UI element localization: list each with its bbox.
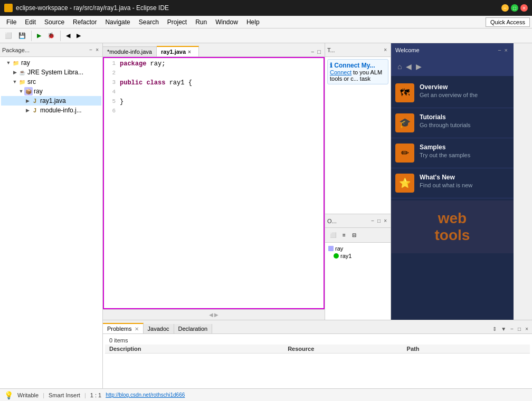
menu-window[interactable]: Window	[211, 17, 242, 27]
welcome-title: Welcome	[395, 47, 496, 53]
outline-toolbar-btn2[interactable]: ≡	[340, 231, 348, 240]
tree-item-ray-root[interactable]: ▼ 📁 ray	[1, 58, 101, 68]
tree-item-jre[interactable]: ▶ ☕ JRE System Libra...	[1, 68, 101, 77]
line-code: }	[120, 98, 324, 106]
outline-minimize[interactable]: −	[369, 217, 376, 224]
welcome-minimize[interactable]: −	[496, 46, 502, 54]
menu-project[interactable]: Project	[163, 17, 191, 27]
tab-module-info[interactable]: *module-info.java	[103, 46, 157, 56]
menu-navigate[interactable]: Navigate	[101, 17, 134, 27]
status-link[interactable]: http://blog.csdn.net/rothschi1d666	[106, 392, 185, 398]
expand-icon: ▼	[12, 79, 18, 84]
menu-search[interactable]: Search	[135, 17, 163, 27]
toolbar-separator-2	[60, 31, 61, 41]
outline-close[interactable]: ×	[382, 217, 388, 224]
code-line-5: 5 }	[104, 98, 324, 108]
task-panel-close[interactable]: ×	[382, 46, 388, 53]
tab-problems-label: Problems	[107, 326, 131, 332]
expand-icon: ▶	[24, 108, 31, 113]
outline-maximize[interactable]: □	[376, 217, 382, 224]
editor-minimize-button[interactable]: −	[309, 48, 316, 55]
tab-declaration[interactable]: Declaration	[174, 324, 213, 333]
welcome-item-text: What's New Find out what is new	[420, 174, 509, 188]
editor-maximize-button[interactable]: □	[316, 48, 322, 55]
jre-icon: ☕	[18, 68, 26, 77]
quick-access-button[interactable]: Quick Access	[486, 17, 530, 27]
task-panel-content: ℹ Connect My... Connect to you ALM tools…	[325, 57, 391, 214]
package-explorer-close[interactable]: ×	[94, 46, 100, 53]
welcome-item-overview[interactable]: 🗺 Overview Get an overview of the	[391, 78, 514, 108]
bottom-expand-icon[interactable]: ⇕	[491, 326, 498, 332]
connect-title: ℹ Connect My...	[330, 62, 375, 69]
toolbar-debug-button[interactable]: 🐞	[45, 31, 58, 41]
outline-panel: O... − □ × ⬜ ≡ ⊟	[325, 214, 391, 320]
menu-run[interactable]: Run	[191, 17, 211, 27]
menu-edit[interactable]: Edit	[21, 17, 40, 27]
bottom-maximize-button[interactable]: □	[516, 326, 522, 332]
close-button[interactable]: ×	[520, 4, 528, 12]
tree-item-module-info[interactable]: ▶ J module-info.j...	[1, 106, 101, 115]
toolbar-new-button[interactable]: ⬜	[2, 31, 15, 41]
package-explorer-minimize[interactable]: −	[88, 46, 94, 53]
tree-label: src	[27, 78, 36, 85]
toolbar: ⬜ 💾 ▶ 🐞 ◀ ▶	[0, 28, 532, 43]
problems-count: 0 items	[105, 336, 530, 345]
col-path: Path	[407, 346, 526, 352]
tree-item-ray1-java[interactable]: ▶ J ray1.java	[1, 96, 101, 106]
expand-icon: ▶	[24, 98, 31, 103]
toolbar-run-button[interactable]: ▶	[34, 31, 44, 41]
tab-problems[interactable]: Problems ✕	[103, 323, 144, 333]
bottom-menu-icon[interactable]: ▼	[499, 326, 508, 332]
outline-item-label: ray	[335, 245, 343, 252]
minimize-button[interactable]: −	[501, 4, 509, 12]
welcome-nav-back[interactable]: ◀	[404, 61, 414, 72]
java-icon: J	[31, 106, 39, 114]
line-number: 3	[104, 79, 120, 85]
status-bulb-icon: 💡	[4, 391, 13, 399]
welcome-nav-home[interactable]: ⌂	[395, 61, 404, 72]
editor-content[interactable]: 1 package ray; 2 3 public class ray1 {	[103, 57, 325, 309]
tree-item-src[interactable]: ▼ 📁 src	[1, 77, 101, 87]
window-title: eclipse-workspace - ray/src/ray/ray1.jav…	[16, 4, 501, 12]
tab-close-icon[interactable]: ×	[188, 49, 191, 55]
task-panel: T... × ℹ Connect My... Connect to you AL…	[325, 43, 391, 214]
outline-collapse-all[interactable]: ⊟	[349, 231, 359, 240]
bottom-minimize-button[interactable]: −	[509, 326, 515, 332]
java-icon: J	[31, 97, 39, 105]
bottom-close-button[interactable]: ×	[524, 326, 530, 332]
tree-label: module-info.j...	[40, 107, 82, 114]
menu-refactor[interactable]: Refactor	[69, 17, 101, 27]
tab-javadoc-label: Javadoc	[148, 326, 169, 332]
maximize-button[interactable]: □	[511, 4, 518, 12]
menu-help[interactable]: Help	[242, 17, 264, 27]
folder-icon: 📁	[18, 78, 26, 86]
tab-javadoc[interactable]: Javadoc	[144, 324, 174, 333]
workspace: eclipse-workspace - ray/src/ray/ray1.jav…	[0, 0, 532, 401]
code-line-1: 1 package ray;	[104, 60, 324, 70]
connect-link[interactable]: Connect	[330, 69, 352, 75]
status-sep-1: |	[43, 392, 44, 398]
welcome-nav-forward[interactable]: ▶	[414, 61, 424, 72]
tab-ray1[interactable]: ray1.java ×	[157, 46, 199, 56]
welcome-item-samples[interactable]: ✏ Samples Try out the samples	[391, 138, 514, 168]
welcome-item-whatsnew[interactable]: ⭐ What's New Find out what is new	[391, 168, 514, 198]
menu-file[interactable]: File	[2, 17, 21, 27]
outline-toolbar-btn1[interactable]: ⬜	[327, 231, 339, 240]
samples-desc: Try out the samples	[420, 152, 509, 158]
editor-scroll-bar[interactable]: ◀ ▶	[103, 309, 325, 320]
code-line-4: 4	[104, 89, 324, 98]
welcome-close[interactable]: ×	[503, 46, 509, 54]
outline-item-ray[interactable]: ray	[327, 245, 388, 252]
toolbar-back-button[interactable]: ◀	[63, 31, 73, 41]
line-number: 1	[104, 60, 120, 66]
status-writable: Writable	[17, 392, 39, 398]
welcome-items: 🗺 Overview Get an overview of the 🎓 Tuto…	[391, 76, 514, 200]
toolbar-forward-button[interactable]: ▶	[74, 31, 83, 41]
outline-item-ray1[interactable]: ray1	[327, 252, 388, 260]
outline-content: ray ray1	[325, 243, 391, 320]
tree-item-ray-package[interactable]: ▼ 📦 ray	[1, 87, 101, 96]
welcome-item-tutorials[interactable]: 🎓 Tutorials Go through tutorials	[391, 108, 514, 138]
tree-label: ray	[34, 88, 43, 95]
toolbar-save-button[interactable]: 💾	[16, 31, 28, 41]
menu-source[interactable]: Source	[40, 17, 69, 27]
